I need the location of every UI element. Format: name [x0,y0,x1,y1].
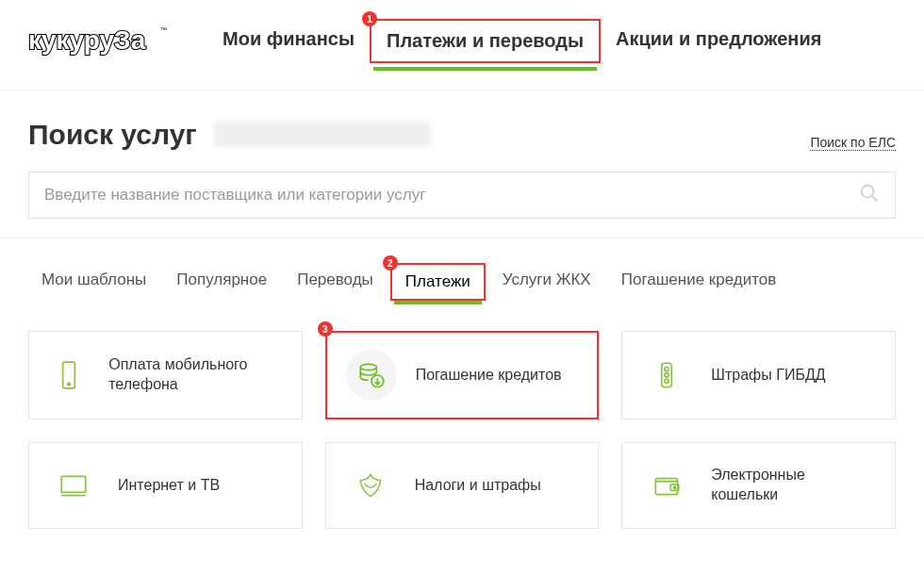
tile-loan-repayment[interactable]: Погашение кредитов [325,331,600,419]
tile-label: Электронные кошельки [711,466,876,505]
subnav-label: Популярное [176,271,267,288]
tile-internet-tv[interactable]: Интернет и ТВ [28,442,303,529]
coins-download-icon [346,350,397,401]
logo-svg: кукуруЗа ™ [28,23,170,57]
subnav-label: Погашение кредитов [621,271,777,288]
nav-label: Мои финансы [223,28,355,49]
subnav-transfers[interactable]: Переводы [284,263,387,301]
search-icon[interactable] [859,183,880,207]
subnav-loans[interactable]: Погашение кредитов [608,263,790,301]
tile-label: Налоги и штрафы [415,476,541,496]
nav-item-payments-wrap: 1 Платежи и переводы [370,19,601,63]
subnav-housing[interactable]: Услуги ЖКХ [489,263,604,301]
traffic-light-icon [641,350,692,401]
step-badge-2: 2 [383,255,398,271]
tile-label: Погашение кредитов [416,366,562,385]
subnav-payments-wrap: 2 Платежи [390,263,486,301]
nav-label: Платежи и переводы [387,30,584,51]
emblem-icon [345,460,396,511]
subnav-label: Услуги ЖКХ [503,271,591,288]
redacted-block [214,123,431,147]
nav-item-promo[interactable]: Акции и предложения [601,19,836,63]
subnav-payments[interactable]: Платежи [390,263,486,301]
nav-item-payments-transfers[interactable]: Платежи и переводы [370,19,601,63]
nav-item-finances[interactable]: Мои финансы [207,19,370,63]
svg-point-9 [665,368,668,371]
search-header: Поиск услуг Поиск по ЕЛС [28,119,896,151]
tile-label: Интернет и ТВ [118,476,220,496]
step-badge-3: 3 [318,321,333,336]
tile-taxes-fines[interactable]: Налоги и штрафы [325,442,600,529]
subnav-popular[interactable]: Популярное [163,263,280,301]
subnav-label: Переводы [297,271,373,288]
search-placeholder: Введите название поставщика или категори… [44,186,859,205]
svg-point-5 [68,383,71,385]
phone-icon [48,350,90,401]
tile-traffic-fines[interactable]: Штрафы ГИБДД [621,331,896,419]
search-title: Поиск услуг [28,119,197,151]
els-link[interactable]: Поиск по ЕЛС [810,135,896,151]
tile-label: Штрафы ГИБДД [711,366,825,385]
svg-text:™: ™ [160,26,167,33]
nav-items: Мои финансы 1 Платежи и переводы Акции и… [207,19,836,63]
logo[interactable]: кукуруЗа ™ [28,23,170,60]
category-tiles: Оплата мобильного телефона 3 Погашение к… [0,321,924,557]
svg-line-3 [872,196,878,202]
nav-label: Акции и предложения [616,28,821,49]
search-input[interactable]: Введите название поставщика или категори… [28,172,896,219]
step-badge-1: 1 [362,11,377,26]
section-search: Поиск услуг Поиск по ЕЛС Введите названи… [0,90,924,238]
svg-rect-12 [61,476,86,492]
top-nav: кукуруЗа ™ Мои финансы 1 Платежи и перев… [0,0,924,90]
tile-mobile-payment[interactable]: Оплата мобильного телефона [28,331,303,419]
tile-loan-wrap: 3 Погашение кредитов [325,331,600,419]
svg-point-16 [674,486,676,488]
svg-point-11 [665,379,668,383]
svg-point-10 [665,373,668,377]
tile-label: Оплата мобильного телефона [108,355,282,395]
svg-point-2 [862,186,874,198]
monitor-icon [48,460,99,511]
subnav-label: Мои шаблоны [41,271,146,288]
subnav-label: Платежи [405,272,470,290]
subnav-templates[interactable]: Мои шаблоны [28,263,159,301]
subnav: Мои шаблоны Популярное Переводы 2 Платеж… [0,238,924,321]
svg-point-6 [360,364,376,369]
wallet-icon [641,460,692,511]
svg-text:кукуруЗа: кукуруЗа [28,25,146,55]
tile-ewallets[interactable]: Электронные кошельки [621,442,896,529]
